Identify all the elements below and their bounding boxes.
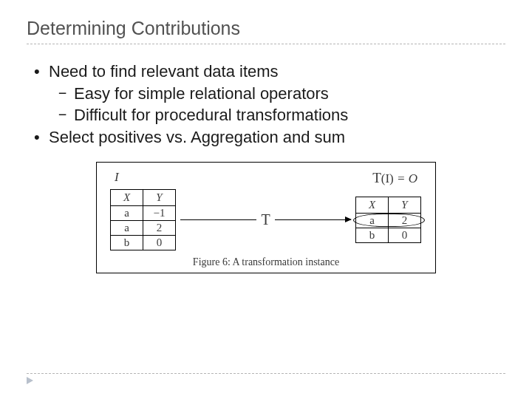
- figure-box: I T(I) = O XY a−1 a2 b0 T XY: [96, 162, 436, 273]
- slide-marker-icon: [27, 377, 33, 384]
- bullet-item: Need to find relevant data items: [31, 61, 505, 83]
- output-label: T(I) = O: [372, 170, 417, 186]
- output-table: XY a2 b0: [355, 197, 422, 243]
- slide-title: Determining Contributions: [27, 18, 505, 39]
- footer-divider: [27, 373, 505, 374]
- bullet-subitem: Difficult for procedural transformations: [31, 104, 505, 126]
- figure-container: I T(I) = O XY a−1 a2 b0 T XY: [27, 162, 505, 273]
- title-divider: [27, 44, 505, 44]
- bullet-list: Need to find relevant data items Easy fo…: [27, 61, 505, 149]
- figure-body: XY a−1 a2 b0 T XY a2 b0: [110, 189, 422, 250]
- transformation-label: T: [256, 211, 274, 228]
- slide: Determining Contributions Need to find r…: [0, 0, 532, 273]
- transformation-arrow: T: [180, 197, 351, 242]
- highlighted-row: a2: [356, 213, 422, 228]
- bullet-item: Select positives vs. Aggregation and sum: [31, 126, 505, 149]
- arrowhead-icon: [345, 216, 352, 222]
- bullet-subitem: Easy for simple relational operators: [31, 83, 505, 105]
- figure-caption: Figure 6: A transformation instance: [110, 256, 422, 268]
- figure-header: I T(I) = O: [110, 170, 422, 189]
- input-table: XY a−1 a2 b0: [110, 189, 176, 250]
- input-label: I: [115, 170, 119, 185]
